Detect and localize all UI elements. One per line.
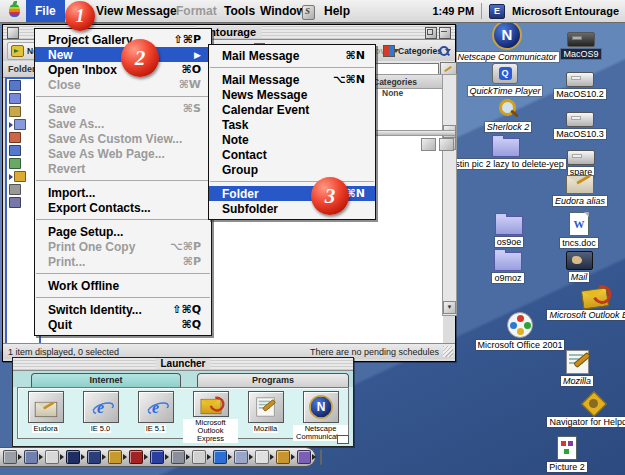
resize-grip[interactable] <box>443 346 453 357</box>
launcher-app-ie-5-0[interactable]: eIE 5.0 <box>73 388 128 438</box>
desktop-icon-office-2001[interactable]: Microsoft Office 2001 <box>464 312 576 350</box>
search-button[interactable] <box>435 42 453 60</box>
preview-contact-icon[interactable] <box>439 138 454 151</box>
launcher-app-netscape-communicator[interactable]: NNetscape Communicator <box>293 388 348 438</box>
control-strip-module-disk-strip[interactable] <box>297 450 316 464</box>
desktop-icon-o9moz[interactable]: o9moz <box>480 246 536 283</box>
control-strip-module-printer-selector[interactable] <box>192 450 211 464</box>
mozilla-button[interactable] <box>248 391 284 423</box>
file-menu-item-save-as-custom-view[interactable]: Save As Custom View... <box>35 131 211 146</box>
file-menu-item-revert[interactable]: Revert <box>35 161 211 176</box>
launcher-app-mozilla[interactable]: Mozilla <box>238 388 293 438</box>
menu-file[interactable]: File <box>26 0 65 22</box>
netscape-communicator-button[interactable]: N <box>303 391 339 423</box>
control-strip-module-web-sharing[interactable] <box>213 450 232 464</box>
new-submenu-item-group[interactable]: Group <box>209 162 375 177</box>
desktop-icon-eudora-alias[interactable]: Eudora alias <box>544 170 616 206</box>
file-menu-item-print-one-copy[interactable]: Print One Copy⌥⌘P <box>35 239 211 254</box>
desktop-icon-picture-2[interactable]: Picture 2 <box>536 436 598 472</box>
file-menu-item-import[interactable]: Import... <box>35 185 211 200</box>
submenu-arrow-icon: ▶ <box>194 50 201 60</box>
control-strip-module-cd-audio[interactable] <box>129 450 148 464</box>
new-submenu-item-mail-message[interactable]: Mail Message⌘N <box>209 48 375 63</box>
launcher-resize-box[interactable] <box>337 435 349 444</box>
file-menu-item-page-setup[interactable]: Page Setup... <box>35 224 211 239</box>
file-menu-item-save-as[interactable]: Save As... <box>35 116 211 131</box>
file-menu-item-print[interactable]: Print...⌘P <box>35 254 211 269</box>
eudora-button[interactable] <box>28 391 64 423</box>
desktop-icon-macos10-2[interactable]: MacOS10.2 <box>548 66 612 99</box>
control-strip-module-file-sharing[interactable] <box>87 450 106 464</box>
file-menu-item-quit[interactable]: Quit⌘Q <box>35 317 211 332</box>
menu-format[interactable]: Format <box>172 0 221 22</box>
control-strip-module-desktop-pattern[interactable] <box>171 450 190 464</box>
close-box-icon[interactable] <box>7 27 19 39</box>
control-strip-module-sound-input[interactable] <box>276 450 295 464</box>
vertical-scrollbar[interactable]: ▲ ▼ ▼ <box>442 74 457 316</box>
control-strip-module-energy-saver[interactable] <box>66 450 85 464</box>
new-submenu-item-task[interactable]: Task <box>209 117 375 132</box>
application-menu[interactable]: Microsoft Entourage <box>512 5 619 17</box>
tab-programs[interactable]: Programs <box>197 373 349 387</box>
script-menu-icon[interactable] <box>302 5 315 20</box>
control-strip-module-volume[interactable] <box>255 450 274 464</box>
launcher-app-eudora[interactable]: Eudora <box>18 388 73 438</box>
new-submenu-item-contact[interactable]: Contact <box>209 147 375 162</box>
new-submenu-item-calendar-event[interactable]: Calendar Event <box>209 102 375 117</box>
desktop-icon-justin-folder[interactable]: justin pic 2 lazy to delete-yep <box>440 132 572 169</box>
control-strip-module-bit-depth[interactable] <box>3 450 22 464</box>
menu-tools[interactable]: Tools <box>220 0 259 22</box>
new-submenu-item-note[interactable]: Note <box>209 132 375 147</box>
scroll-down-icon[interactable]: ▼ <box>443 301 456 314</box>
desktop-icon-macos9[interactable]: MacOS9 <box>552 26 610 59</box>
desktop-icon-sherlock-2[interactable]: Sherlock 2 <box>468 98 548 132</box>
control-strip-tab[interactable] <box>320 449 322 465</box>
control-strip-module-appletalk[interactable] <box>234 450 253 464</box>
new-submenu-item-subfolder[interactable]: Subfolder <box>209 201 375 216</box>
apple-menu-icon[interactable] <box>9 4 20 17</box>
menu-item-label: Open 'Inbox <box>48 63 117 77</box>
new-submenu-item-news-message[interactable]: News Message <box>209 87 375 102</box>
microsoft-outlook-express-button[interactable] <box>193 391 229 417</box>
new-submenu-item-mail-message[interactable]: Mail Message⌥⌘N <box>209 72 375 87</box>
tab-internet[interactable]: Internet <box>31 373 181 387</box>
menu-item-shortcut: ⌥⌘P <box>170 240 201 253</box>
file-menu-item-switch-identity[interactable]: Switch Identity...⇧⌘Q <box>35 302 211 317</box>
windowshade-box-icon[interactable] <box>439 27 451 39</box>
desktop-icon-navigator-helpdesk[interactable]: Navigator for Helpdes <box>538 392 625 427</box>
ie-5-1-button[interactable]: e <box>138 391 174 423</box>
desktop-icon-netscape-communicator[interactable]: N Netscape Communicator <box>452 20 562 62</box>
disclosure-triangle-icon[interactable] <box>9 122 13 128</box>
control-strip-module-video-mirroring[interactable] <box>150 450 169 464</box>
launcher-app-microsoft-outlook-express[interactable]: Microsoft Outlook Express <box>183 388 238 438</box>
desktop-icon-mozilla[interactable]: Mozilla <box>548 350 606 386</box>
desktop-icon-os9oe[interactable]: os9oe <box>482 210 536 247</box>
file-menu-item-work-offline[interactable]: Work Offline <box>35 278 211 293</box>
control-strip-module-keychain[interactable] <box>108 450 127 464</box>
file-menu-item-save-as-web-page[interactable]: Save As Web Page... <box>35 146 211 161</box>
desktop-icon-tncs-doc[interactable]: W tncs.doc <box>548 212 610 248</box>
menu-bar-clock[interactable]: 1:49 PM <box>432 5 474 17</box>
menu-help[interactable]: Help <box>320 0 354 22</box>
hard-disk-icon <box>566 72 594 87</box>
control-strip-module-monitor-resolution[interactable] <box>24 450 43 464</box>
control-strip[interactable] <box>0 447 316 467</box>
launcher-app-ie-5-1[interactable]: eIE 5.1 <box>128 388 183 438</box>
categories-column-header[interactable]: Categories <box>369 77 417 87</box>
file-menu-item-close[interactable]: Close⌘W <box>35 77 211 92</box>
file-menu-item-project-gallery[interactable]: Project Gallery...⇧⌘P <box>35 32 211 47</box>
preview-list-icon[interactable] <box>421 138 436 151</box>
launcher-titlebar[interactable]: Launcher <box>13 358 353 371</box>
menu-item-label: Subfolder <box>222 202 278 216</box>
ie-5-0-button[interactable]: e <box>83 391 119 423</box>
file-menu-item-save[interactable]: Save⌘S <box>35 101 211 116</box>
desktop-icon-mail[interactable]: Mail <box>552 246 606 282</box>
disclosure-triangle-icon[interactable] <box>9 174 13 180</box>
new-submenu-item-folder[interactable]: Folder⌘N <box>209 186 375 201</box>
desktop-icon-quicktime-player[interactable]: QuickTime Player <box>455 60 555 96</box>
sent-items-icon <box>14 119 26 130</box>
menu-item-label: News Message <box>222 88 307 102</box>
control-strip-module-clock[interactable] <box>45 450 64 464</box>
zoom-box-icon[interactable] <box>425 27 437 39</box>
file-menu-item-export-contacts[interactable]: Export Contacts... <box>35 200 211 215</box>
